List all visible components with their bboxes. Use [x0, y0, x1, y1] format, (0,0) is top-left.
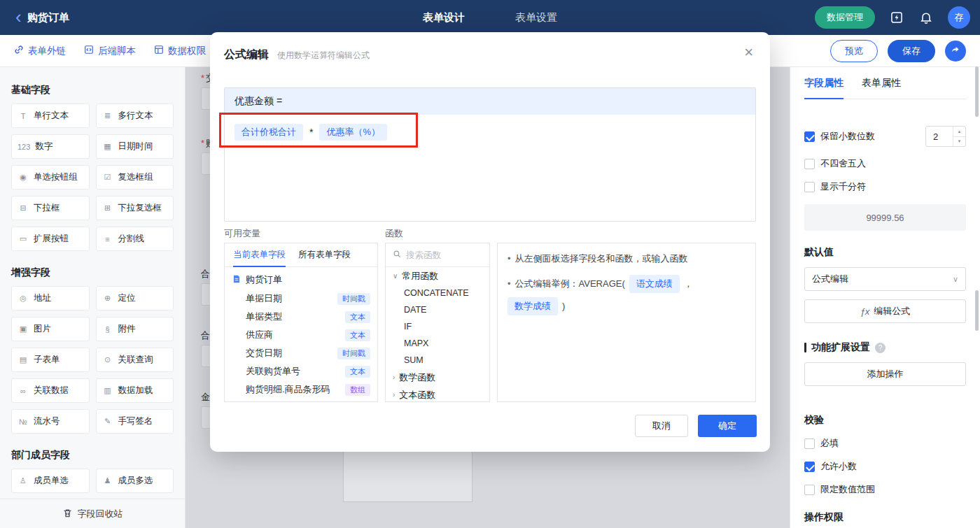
preview-button[interactable]: 预览 [830, 40, 878, 62]
confirm-button[interactable]: 确定 [698, 415, 757, 437]
field-type-item[interactable]: 123 数字 [11, 134, 90, 159]
field-recycle-bin[interactable]: 字段回收站 [0, 499, 185, 528]
decimal-places-checkbox[interactable] [804, 131, 815, 142]
field-type-item[interactable]: ⊞ 下拉复选框 [96, 196, 174, 220]
field-palette-sidebar: 基础字段 T 单行文本 ≣ 多行文本 123 数字 ▦ 日期时间 ◉ 单选按钮组… [0, 67, 186, 528]
validation-checkbox[interactable] [804, 485, 815, 495]
tab-field-properties[interactable]: 字段属性 [804, 67, 844, 99]
field-type-item[interactable]: § 附件 [96, 317, 174, 341]
field-type-item[interactable]: ▤ 子表单 [11, 348, 90, 372]
field-type-item[interactable]: ⊙ 关联查询 [96, 348, 174, 372]
function-item[interactable]: DATE [386, 301, 489, 318]
tab-all-form-fields[interactable]: 所有表单字段 [298, 243, 351, 266]
variables-tabs: 当前表单字段 所有表单字段 [225, 243, 377, 267]
field-type-item[interactable]: ≣ 多行文本 [96, 104, 174, 128]
tab-form-properties[interactable]: 表单属性 [862, 67, 901, 99]
field-type-item[interactable]: ✎ 手写签名 [96, 409, 174, 434]
tab-current-form-fields[interactable]: 当前表单字段 [233, 243, 286, 266]
data-manage-button[interactable]: 数据管理 [815, 6, 875, 29]
field-type-item[interactable]: ▦ 日期时间 [96, 134, 174, 159]
edit-formula-button[interactable]: ƒx 编辑公式 [804, 299, 966, 323]
bullet-icon: • [507, 277, 511, 291]
function-item[interactable]: SUM [386, 352, 489, 369]
caret-right-icon: › [393, 391, 395, 399]
field-type-item[interactable]: ⊟ 下拉框 [11, 196, 90, 220]
field-type-item[interactable]: ≡ 分割线 [96, 227, 174, 251]
tab-form-design[interactable]: 表单设计 [423, 11, 465, 24]
field-type-label: 日期时间 [118, 141, 153, 152]
function-group-common[interactable]: ∨ 常用函数 [386, 267, 489, 285]
field-type-item[interactable]: ▭ 扩展按钮 [11, 227, 90, 251]
add-action-button[interactable]: 添加操作 [804, 362, 966, 386]
format-option-checkbox[interactable] [804, 182, 815, 192]
form-external-link[interactable]: 表单外链 [14, 45, 66, 57]
avatar[interactable]: 存 [948, 6, 970, 29]
field-type-label: 关联数据 [34, 385, 69, 397]
variable-item[interactable]: 交货日期 时间戳 [225, 344, 377, 362]
validation-option-row: 允许小数 [804, 460, 966, 473]
validation-options: 必填 允许小数 限定数值范围 [804, 437, 966, 496]
example-field-chip: 数学成绩 [507, 297, 558, 315]
cancel-button[interactable]: 取消 [635, 415, 688, 437]
decimal-places-input[interactable] [926, 131, 953, 142]
default-value-dropdown[interactable]: 公式编辑 ∨ [804, 267, 966, 291]
formula-field-chip[interactable]: 合计价税合计 [234, 124, 303, 141]
back-icon[interactable]: ‹ [15, 8, 22, 26]
data-permission[interactable]: 数据权限 [154, 45, 206, 57]
field-type-item[interactable]: ∞ 关联数据 [11, 378, 90, 403]
scrollbar-thumb[interactable] [975, 290, 979, 331]
stepper-down-icon[interactable]: ▾ [953, 137, 965, 147]
variable-item[interactable]: 单据日期 时间戳 [225, 290, 377, 308]
validation-checkbox[interactable] [804, 438, 815, 449]
variable-type-tag: 时间戳 [337, 293, 370, 305]
function-list: CONCATENATEDATEIFMAPXSUM [386, 285, 489, 369]
field-type-item[interactable]: ▥ 数据加载 [96, 378, 174, 403]
field-type-item[interactable]: T 单行文本 [11, 104, 90, 128]
variable-name: 单据日期 [246, 292, 282, 305]
format-option-checkbox[interactable] [804, 159, 815, 169]
validation-title: 校验 [804, 414, 966, 427]
edit-formula-label: 编辑公式 [874, 305, 910, 317]
share-button[interactable] [945, 41, 966, 62]
field-type-item[interactable]: ♙ 成员单选 [11, 469, 90, 493]
variable-item[interactable]: 单据类型 文本 [225, 308, 377, 326]
tab-form-settings[interactable]: 表单设置 [515, 11, 557, 24]
number-format-preview: 99999.56 [804, 204, 966, 231]
function-search-input[interactable] [406, 250, 479, 260]
bell-icon[interactable] [918, 10, 934, 25]
field-type-item[interactable]: ◎ 地址 [11, 286, 90, 311]
variable-item[interactable]: 供应商 文本 [225, 326, 377, 344]
formula-field-chip[interactable]: 优惠率（%） [319, 124, 387, 141]
properties-tabs: 字段属性 表单属性 [804, 67, 966, 99]
variable-item[interactable]: 关联购货单号 文本 [225, 362, 377, 380]
lightning-icon[interactable] [889, 10, 904, 25]
function-item[interactable]: IF [386, 318, 489, 335]
function-item[interactable]: MAPX [386, 335, 489, 352]
variable-type-tag: 数组 [345, 384, 370, 396]
field-type-item[interactable]: ♟ 成员多选 [96, 469, 174, 493]
close-icon[interactable]: × [744, 45, 753, 60]
field-type-icon: ∞ [18, 387, 29, 395]
backend-script[interactable]: 后端脚本 [84, 45, 136, 57]
function-item[interactable]: CONCATENATE [386, 285, 489, 301]
function-group-collapsed[interactable]: › 文本函数 [386, 386, 489, 402]
variable-item[interactable]: 购货明细.商品条形码 数组 [225, 380, 377, 399]
scrollbar-thumb[interactable] [975, 66, 979, 117]
field-type-item[interactable]: ▣ 图片 [11, 317, 90, 341]
stepper-up-icon[interactable]: ▴ [953, 127, 965, 137]
function-group-collapsed[interactable]: › 数学函数 [386, 369, 489, 386]
variable-type-tag: 时间戳 [337, 348, 370, 359]
help-panel: • 从左侧面板选择字段名和函数，或输入函数 • 公式编辑举例：AVERAGE( … [497, 243, 756, 402]
save-button[interactable]: 保存 [888, 40, 935, 62]
field-type-item[interactable]: ⊕ 定位 [96, 286, 174, 311]
example-field-chip: 语文成绩 [629, 275, 680, 293]
form-root-node[interactable]: 购货订单 [225, 267, 377, 290]
help-icon[interactable]: ? [875, 343, 886, 353]
formula-editor[interactable]: 优惠金额 = 合计价税合计 * 优惠率（%） [224, 87, 756, 222]
toolbar-link-label: 后端脚本 [98, 45, 136, 57]
variable-type-tag: 文本 [345, 366, 370, 378]
field-type-item[interactable]: ☑ 复选框组 [96, 165, 174, 190]
field-type-item[interactable]: № 流水号 [11, 409, 90, 434]
validation-checkbox[interactable] [804, 462, 815, 472]
field-type-item[interactable]: ◉ 单选按钮组 [11, 165, 90, 190]
